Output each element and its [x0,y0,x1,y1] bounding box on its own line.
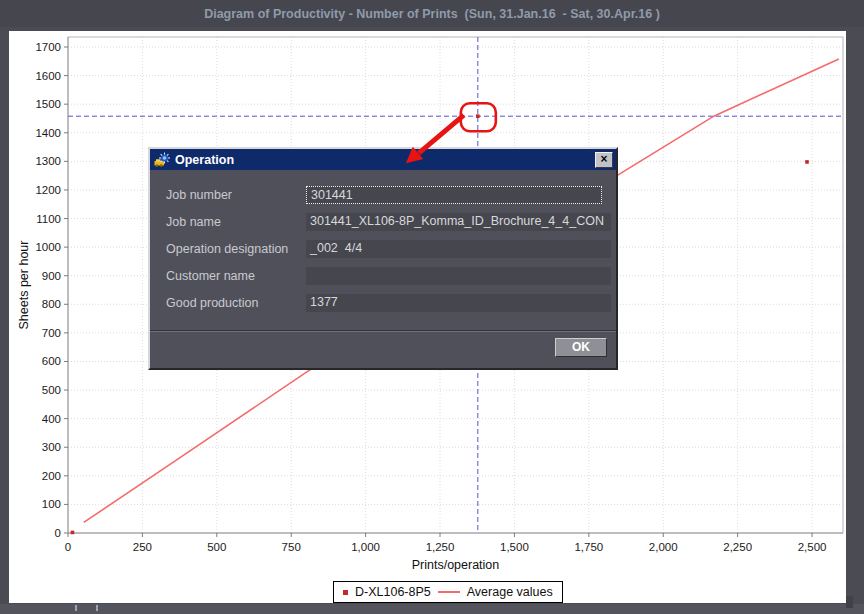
y-tick-label: 800 [42,298,61,310]
chart-legend: D-XL106-8P5 Average values [333,581,563,603]
dialog-separator [150,330,616,332]
y-tick-label: 1600 [35,70,61,82]
x-tick-label: 750 [282,541,301,553]
y-tick-label: 1200 [35,184,61,196]
y-tick-label: 700 [42,327,61,339]
series-marker-icon [343,590,348,595]
legend-line-label: Average values [467,585,553,599]
y-tick-label: 900 [42,270,61,282]
y-tick-label: 1300 [35,155,61,167]
close-icon: × [600,152,607,166]
x-tick-label: 0 [65,541,71,553]
operation-dialog-icon [154,152,170,168]
x-tick-label: 1,250 [426,541,455,553]
y-tick-label: 1400 [35,127,61,139]
window-title: Diagram of Productivity - Number of Prin… [204,7,660,21]
x-axis-label: Prints/operation [68,558,843,572]
y-tick-label: 500 [42,384,61,396]
average-line-icon [438,591,460,593]
dialog-title: Operation [175,153,590,167]
field-row-job-number: Job number 301441 [150,186,616,204]
y-axis-label: Sheets per hour [17,241,31,330]
x-tick-label: 2,250 [723,541,752,553]
y-tick-label: 100 [42,498,61,510]
operation-designation-label: Operation designation [166,240,288,258]
y-tick-label: 1000 [35,241,61,253]
x-tick-label: 2,500 [798,541,827,553]
y-tick-label: 600 [42,355,61,367]
panel-divider-mark [75,605,77,611]
job-number-label: Job number [166,186,232,204]
customer-name-label: Customer name [166,267,255,285]
field-row-job-name: Job name 301441_XL106-8P_Komma_ID_Brochu… [150,213,616,231]
dialog-titlebar[interactable]: Operation × [150,149,616,170]
ok-button[interactable]: OK [555,338,607,357]
field-row-good-production: Good production 1377 [150,294,616,312]
x-tick-label: 250 [133,541,152,553]
y-tick-label: 1100 [36,213,61,225]
job-number-field[interactable]: 301441 [306,186,602,204]
y-tick-label: 1700 [35,41,61,53]
y-tick-label: 0 [55,527,61,539]
bottom-panel [0,604,864,614]
data-point[interactable] [476,114,480,118]
y-tick-label: 1500 [35,98,61,110]
panel-divider-mark [96,605,98,611]
y-tick-label: 400 [42,413,61,425]
job-name-label: Job name [166,213,221,231]
window-corner-mark [846,596,853,608]
x-tick-label: 500 [207,541,226,553]
x-tick-label: 2,000 [649,541,678,553]
close-button[interactable]: × [595,152,613,168]
field-row-operation-designation: Operation designation _002 4/4 [150,240,616,258]
operation-designation-field[interactable]: _002 4/4 [306,240,611,258]
x-tick-label: 1,000 [351,541,380,553]
field-row-customer-name: Customer name [150,267,616,285]
data-point[interactable] [805,160,809,164]
data-point[interactable] [71,531,75,535]
x-tick-label: 1,750 [574,541,603,553]
application-window: Diagram of Productivity - Number of Prin… [0,0,864,614]
legend-series-label: D-XL106-8P5 [355,585,431,599]
job-name-field[interactable]: 301441_XL106-8P_Komma_ID_Brochure_4_4_CO… [306,213,611,231]
y-tick-label: 300 [42,441,61,453]
x-tick-label: 1,500 [500,541,529,553]
customer-name-field[interactable] [306,267,611,285]
y-tick-label: 200 [42,470,61,482]
good-production-field[interactable]: 1377 [306,294,611,312]
window-header: Diagram of Productivity - Number of Prin… [0,0,864,27]
good-production-label: Good production [166,294,258,312]
operation-dialog: Operation × Job number 301441 Job name 3… [148,147,618,370]
